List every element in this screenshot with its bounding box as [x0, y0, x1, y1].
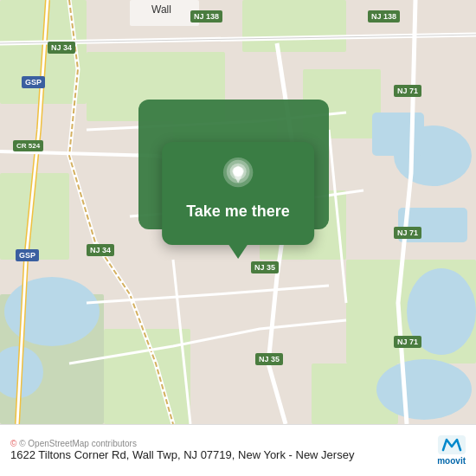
highway-label-nj138-2: NJ 138 — [368, 10, 400, 23]
highway-label-gsp-1: GSP — [22, 76, 45, 88]
highway-label-nj71-1: NJ 71 — [394, 85, 421, 97]
highway-label-nj34-2: NJ 34 — [87, 244, 114, 256]
moovit-text: moovit — [437, 456, 466, 466]
pin-tail — [228, 243, 248, 259]
take-me-there-button[interactable]: Take me there — [162, 142, 314, 245]
highway-label-gsp-2: GSP — [16, 249, 39, 261]
highway-label-nj71-3: NJ 71 — [394, 336, 421, 348]
osm-credit: © © OpenStreetMap contributors — [10, 439, 430, 448]
info-bar: © © OpenStreetMap contributors 1622 Tilt… — [0, 424, 476, 476]
town-label-wall: Wall — [151, 3, 171, 16]
highway-label-nj35-2: NJ 35 — [251, 261, 279, 273]
highway-label-nj138-1: NJ 138 — [190, 10, 222, 23]
moovit-logo: moovit — [437, 435, 466, 466]
svg-point-15 — [376, 359, 472, 420]
svg-point-12 — [4, 277, 100, 346]
location-overlay: Take me there — [162, 142, 314, 259]
highway-label-cr524: CR 524 — [13, 140, 43, 151]
highway-label-nj34-1: NJ 34 — [48, 42, 75, 54]
svg-rect-3 — [242, 0, 346, 52]
map-container: GSP GSP NJ 34 NJ 138 NJ 138 NJ 71 NJ 71 … — [0, 0, 476, 424]
address-text: 1622 Tiltons Corner Rd, Wall Twp, NJ 077… — [10, 448, 430, 463]
svg-rect-17 — [372, 113, 424, 156]
highway-label-nj71-2: NJ 71 — [394, 227, 421, 239]
button-label: Take me there — [186, 203, 290, 221]
highway-label-nj35-3: NJ 35 — [255, 353, 283, 365]
location-pin-icon — [222, 158, 254, 194]
moovit-icon — [438, 435, 466, 454]
